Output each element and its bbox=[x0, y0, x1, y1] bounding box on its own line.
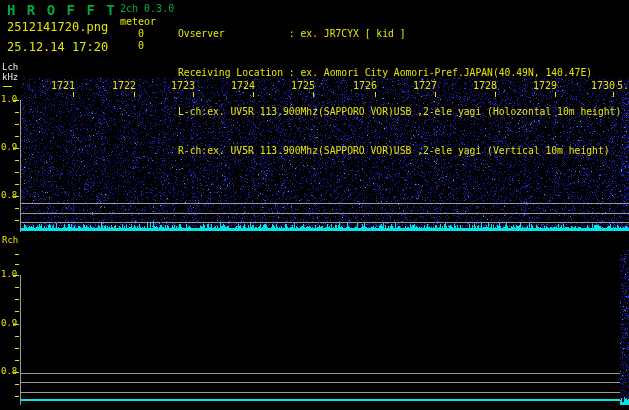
time-label-partial: 5. bbox=[617, 81, 629, 91]
current-datetime: 25.12.14 17:20 bbox=[7, 41, 108, 53]
freq-unit-label: kHz bbox=[2, 73, 18, 82]
hrofft-window: H R O F F T 2ch 0.3.0 meteor 0 0 2512141… bbox=[0, 0, 629, 410]
rch-ytick-1-0: 1.0 bbox=[1, 270, 17, 279]
mode-label: meteor bbox=[120, 17, 156, 27]
info-line-rch-rig: R-ch:ex. UV5R 113.900Mhz(SAPPORO VOR)USB… bbox=[178, 144, 621, 157]
lch-ytick-0-9: 0.9 bbox=[1, 143, 17, 152]
station-info: Ovserver : ex. JR7CYX [ kid ] Receiving … bbox=[178, 1, 621, 183]
time-label-1725: 1725 bbox=[291, 81, 315, 91]
rch-panel-label: Rch bbox=[2, 236, 18, 245]
lch-panel-label: Lch bbox=[2, 63, 18, 72]
time-label-1724: 1724 bbox=[231, 81, 255, 91]
app-title: H R O F F T bbox=[7, 3, 116, 17]
rch-ytick-0-8: 0.8 bbox=[1, 367, 17, 376]
time-label-1730: 1730 bbox=[591, 81, 615, 91]
meteor-count-2: 0 bbox=[138, 41, 144, 51]
time-label-1728: 1728 bbox=[473, 81, 497, 91]
rch-ytick-0-9: 0.9 bbox=[1, 319, 17, 328]
time-label-1723: 1723 bbox=[171, 81, 195, 91]
time-label-1721: 1721 bbox=[51, 81, 75, 91]
lch-ytick-1-0: 1.0 bbox=[1, 95, 17, 104]
time-label-1727: 1727 bbox=[413, 81, 437, 91]
time-label-1729: 1729 bbox=[533, 81, 557, 91]
version-label: 2ch 0.3.0 bbox=[120, 4, 174, 14]
time-label-1722: 1722 bbox=[112, 81, 136, 91]
info-line-location: Receiving Location : ex. Aomori City Aom… bbox=[178, 66, 621, 79]
lch-ytick-0-8: 0.8 bbox=[1, 191, 17, 200]
output-filename: 2512141720.png bbox=[7, 21, 108, 33]
time-label-1726: 1726 bbox=[353, 81, 377, 91]
info-line-observer: Ovserver : ex. JR7CYX [ kid ] bbox=[178, 27, 621, 40]
meteor-count-1: 0 bbox=[138, 29, 144, 39]
info-line-lch-rig: L-ch:ex. UV5R 113.900Mhz(SAPPORO VOR)USB… bbox=[178, 105, 621, 118]
